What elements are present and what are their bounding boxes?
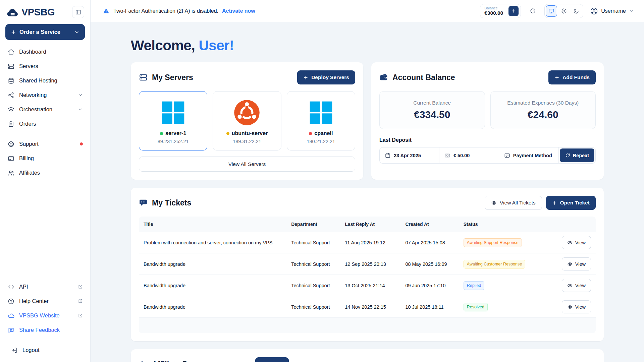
ticket-department: Technical Support — [291, 304, 345, 310]
sidebar-item-label: Orchestration — [19, 106, 52, 113]
banknote-icon — [444, 153, 450, 159]
servers-icon — [139, 73, 148, 82]
my-tickets-card: My Tickets View All Tickets Open Ticket — [131, 188, 604, 341]
ticket-title: Bandwidth upgrade — [144, 304, 291, 310]
last-deposit-row: 23 Apr 2025 € 50.00 Payment Method — [379, 147, 596, 164]
sidebar-item-billing[interactable]: Billing — [3, 151, 87, 166]
theme-dark-button[interactable] — [571, 5, 582, 17]
account-balance-title: Account Balance — [392, 73, 455, 82]
current-balance-label: Current Balance — [384, 100, 481, 106]
server-tile-cpanell[interactable]: cpanell 180.21.22.21 — [287, 91, 355, 150]
app-root: VPSBG Order a Service Dashboard Servers — [0, 0, 644, 362]
credit-card-icon — [504, 153, 510, 159]
eye-icon — [491, 200, 497, 206]
sidebar-item-label: Orders — [19, 121, 36, 127]
sidebar-item-dashboard[interactable]: Dashboard — [3, 45, 87, 59]
sidebar-toggle-button[interactable] — [72, 6, 84, 18]
sidebar-item-support[interactable]: Support — [3, 137, 87, 151]
welcome-prefix: Welcome, — [131, 38, 195, 53]
affiliates-icon — [7, 169, 14, 176]
server-grid: server-1 89.231.252.21 — [139, 91, 355, 150]
sidebar-item-label: Shared Hosting — [19, 77, 57, 84]
sidebar-item-label: Dashboard — [19, 49, 46, 55]
logout-icon — [11, 347, 18, 354]
main: Welcome, User! My Servers Deploy Servers — [91, 22, 644, 362]
deploy-servers-button[interactable]: Deploy Servers — [297, 70, 355, 84]
status-badge: Awaiting Support Response — [464, 238, 522, 247]
sidebar-item-label: Affiliates — [19, 170, 40, 176]
eye-icon — [567, 304, 573, 310]
cloud-logo-icon — [7, 7, 19, 17]
order-a-service-button[interactable]: Order a Service — [5, 24, 85, 40]
theme-light-button[interactable] — [558, 5, 570, 17]
username-label: Username — [601, 8, 626, 14]
sidebar-item-orders[interactable]: Orders — [3, 117, 87, 131]
repeat-deposit-button[interactable]: Repeat — [560, 148, 594, 162]
plus-icon — [554, 75, 559, 80]
eye-icon — [567, 283, 573, 288]
view-all-servers-button[interactable]: View All Servers — [139, 157, 355, 172]
tickets-table-header: Title Department Last Reply At Created A… — [139, 217, 596, 232]
chat-icon — [139, 198, 148, 207]
sidebar-item-affiliates[interactable]: Affiliates — [3, 166, 87, 180]
ticket-title: Bandwidth upgrade — [144, 283, 291, 288]
ticket-department: Technical Support — [291, 283, 345, 288]
ticket-row: Bandwidth upgrade Technical Support 13 O… — [139, 275, 596, 296]
shared-hosting-icon — [7, 77, 14, 84]
sidebar-item-label: Billing — [19, 155, 34, 162]
plus-icon — [303, 75, 308, 80]
server-ip: 189.31.22.21 — [216, 139, 277, 144]
server-tile-ubuntu-server[interactable]: ubuntu-server 189.31.22.21 — [213, 91, 281, 150]
affiliate-action-button[interactable] — [255, 357, 289, 362]
ticket-last-reply: 12 Sep 2025 20:13 — [345, 261, 405, 267]
sidebar-footer: API Help Center VPSBG Website Share Feed… — [0, 280, 90, 359]
column-department: Department — [291, 222, 345, 227]
sidebar-item-api[interactable]: API — [3, 280, 87, 294]
chevron-down-icon — [629, 8, 634, 13]
last-deposit-label: Last Deposit — [379, 137, 596, 143]
topbar-right: Balance €300.00 — [480, 4, 635, 18]
add-balance-button[interactable] — [508, 6, 519, 16]
ticket-title: Problem with connection and server, conn… — [144, 240, 291, 245]
monitor-icon — [548, 8, 554, 14]
view-ticket-button[interactable]: View — [562, 300, 591, 313]
column-title: Title — [144, 222, 291, 227]
brand-logo[interactable]: VPSBG — [7, 7, 55, 18]
sidebar-item-shared-hosting[interactable]: Shared Hosting — [3, 73, 87, 88]
open-ticket-button[interactable]: Open Ticket — [546, 196, 596, 210]
ticket-created: 09 Jun 2025 17:10 — [405, 283, 463, 288]
theme-system-button[interactable] — [546, 5, 557, 17]
sidebar-item-share-feedback[interactable]: Share Feedback — [3, 323, 87, 337]
sidebar-item-networking[interactable]: Networking — [3, 88, 87, 102]
affiliate-header: Affiliate Program — [139, 357, 596, 362]
server-tile-server-1[interactable]: server-1 89.231.252.21 — [139, 91, 207, 150]
repeat-icon — [565, 153, 570, 158]
sidebar-item-logout[interactable]: Logout — [7, 343, 84, 357]
sidebar-item-label: API — [19, 284, 28, 290]
view-ticket-button[interactable]: View — [562, 279, 591, 292]
view-ticket-button[interactable]: View — [562, 236, 591, 249]
activate-2fa-link[interactable]: Activate now — [222, 8, 255, 14]
balance-widget: Balance €300.00 — [480, 4, 521, 18]
estimated-expenses-box: Estimated Expenses (30 Days) €24.60 — [490, 91, 596, 129]
sidebar-item-label: Share Feedback — [19, 327, 60, 333]
server-ip: 180.21.22.21 — [290, 139, 352, 144]
sidebar-item-orchestration[interactable]: Orchestration — [3, 102, 87, 117]
plus-icon — [11, 29, 16, 35]
view-ticket-button[interactable]: View — [562, 257, 591, 270]
support-notification-dot — [80, 142, 83, 145]
chevron-down-icon — [78, 93, 83, 98]
windows-logo-icon — [290, 99, 352, 126]
external-link-icon — [78, 313, 83, 318]
order-a-service-label: Order a Service — [19, 29, 60, 35]
add-funds-button[interactable]: Add Funds — [548, 70, 596, 84]
sidebar-item-vpsbg-website[interactable]: VPSBG Website — [3, 308, 87, 323]
refresh-icon — [530, 8, 536, 14]
ubuntu-logo-icon — [216, 99, 277, 126]
sidebar-item-servers[interactable]: Servers — [3, 59, 87, 73]
user-menu[interactable]: Username — [589, 5, 635, 17]
sidebar-item-help-center[interactable]: Help Center — [3, 294, 87, 308]
refresh-button[interactable] — [526, 5, 539, 17]
view-all-tickets-button[interactable]: View All Tickets — [485, 196, 542, 210]
server-name: ubuntu-server — [232, 130, 268, 136]
